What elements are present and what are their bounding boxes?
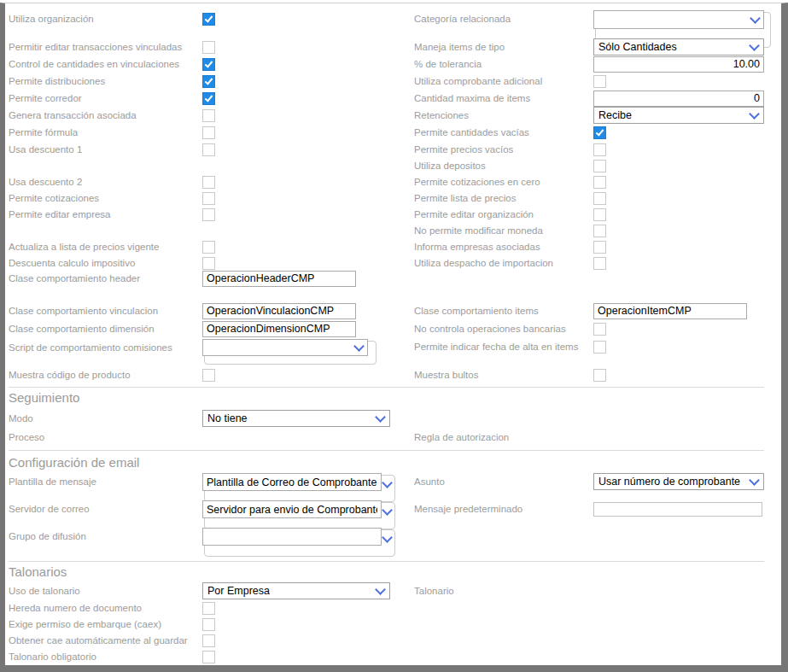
checkbox-permite-cotizaciones-en-cero[interactable] (593, 176, 606, 189)
combo-value: Servidor para envio de Comprobante Ele (207, 504, 377, 516)
checkbox-permite-indicar-fecha-alta-items[interactable] (593, 341, 606, 354)
input-clase-comportamiento-vinculacion[interactable] (202, 303, 356, 319)
checkbox-permite-cantidades-vacias[interactable] (593, 126, 606, 139)
field-label: Permite cotizaciones (9, 193, 202, 203)
combo-value: Plantilla de Correo de Comprobante Elec (207, 476, 377, 488)
checkbox-usa-descuento-2[interactable] (202, 176, 215, 189)
section-divider (9, 561, 764, 562)
form-row: Clase comportamiento dimensión (9, 321, 356, 336)
form-row: Utiliza organización (9, 11, 215, 26)
field-label: Permite indicar fecha de alta en items (414, 342, 593, 352)
form-row: No permite modificar moneda (414, 223, 606, 238)
field-label: Permite fórmula (9, 127, 202, 137)
field-label: Actualiza a lista de precios vigente (9, 242, 202, 252)
checkbox-utiliza-comprobante-adicional[interactable] (593, 75, 606, 88)
checkbox-no-controla-operaciones-bancarias[interactable] (593, 323, 606, 336)
checkbox-muestra-codigo-producto[interactable] (202, 369, 215, 382)
combo-servidor-de-correo[interactable]: Servidor para envio de Comprobante Ele (202, 500, 382, 517)
field-label: Permite cantidades vacías (414, 127, 593, 137)
form-row: Proceso (9, 429, 202, 445)
form-row: Plantilla de mensaje Plantilla de Correo… (9, 474, 382, 489)
form-row: Permite cotizaciones (9, 190, 215, 206)
combo-categoria-relacionada[interactable] (593, 10, 764, 27)
field-label: Muestra código de producto (9, 370, 202, 380)
form-row: Clase comportamiento header (9, 271, 356, 286)
form-row: Permite indicar fecha de alta en items (414, 339, 606, 354)
checkbox-permite-cotizaciones[interactable] (202, 192, 215, 205)
checkbox-permite-distribuciones[interactable] (202, 75, 215, 88)
select-maneja-items-de-tipo[interactable]: Sólo Cantidades (593, 38, 764, 56)
form-row: Permite corredor (9, 91, 215, 106)
combo-plantilla-de-mensaje[interactable]: Plantilla de Correo de Comprobante Elec (202, 473, 382, 490)
input-clase-comportamiento-items[interactable] (593, 303, 747, 319)
checkbox-permitir-editar-transacciones[interactable] (202, 41, 215, 54)
field-label: Hereda numero de documento (9, 603, 202, 613)
field-label: Exige permiso de embarque (caex) (9, 619, 202, 629)
checkbox-utiliza-depositos[interactable] (593, 160, 606, 172)
combo-grupo-de-difusion[interactable] (202, 528, 382, 545)
field-label: Utiliza organización (9, 14, 202, 24)
checkbox-usa-descuento-1[interactable] (202, 143, 215, 156)
checkbox-genera-transaccion-asociada[interactable] (202, 109, 215, 122)
field-label: No permite modificar moneda (414, 225, 593, 236)
chevron-down-icon (375, 412, 386, 423)
combo-script-comportamiento-comisiones[interactable] (202, 339, 368, 356)
form-row: Categoría relacionada (414, 11, 764, 26)
checkbox-no-permite-modificar-moneda[interactable] (593, 225, 606, 237)
field-label: % de tolerancia (414, 59, 593, 69)
select-uso-de-talonario[interactable]: Por Empresa (202, 582, 390, 599)
checkbox-permite-editar-organizacion[interactable] (593, 208, 606, 221)
checkbox-permite-lista-de-precios[interactable] (593, 192, 606, 205)
input-clase-comportamiento-header[interactable] (202, 271, 356, 287)
checkbox-permite-corredor[interactable] (202, 92, 215, 105)
checkbox-talonario-obligatorio[interactable] (202, 651, 215, 663)
section-divider (9, 450, 764, 451)
input-cantidad-maxima-items[interactable] (593, 91, 764, 107)
form-row: Utiliza comprobante adicional (414, 73, 606, 89)
form-row: Retenciones Recibe (414, 108, 764, 123)
checkbox-muestra-bultos[interactable] (593, 369, 606, 382)
field-label: Plantilla de mensaje (9, 476, 202, 487)
checkbox-hereda-numero-documento[interactable] (202, 602, 215, 615)
form-row: Permite editar empresa (9, 207, 215, 222)
checkbox-permite-precios-vacios[interactable] (593, 143, 606, 156)
field-label: Maneja items de tipo (414, 42, 593, 52)
checkbox-utiliza-organizacion[interactable] (202, 13, 215, 26)
input-porcentaje-tolerancia[interactable] (593, 56, 764, 73)
checkbox-informa-empresas-asociadas[interactable] (593, 241, 606, 254)
form-row: Usa descuento 1 (9, 142, 215, 157)
field-label: Categoría relacionada (414, 14, 593, 24)
form-row: Clase comportamiento vinculacion (9, 303, 356, 318)
checkbox-descuenta-calculo-impositivo[interactable] (202, 257, 215, 270)
field-label: Clase comportamiento vinculacion (9, 306, 202, 316)
form-row: Permite precios vacíos (414, 142, 606, 157)
checkbox-control-cantidades-vinculaciones[interactable] (202, 58, 215, 71)
select-retenciones[interactable]: Recibe (593, 107, 764, 124)
form-row: Descuenta calculo impositivo (9, 255, 215, 271)
checkbox-utiliza-despacho-importacion[interactable] (593, 257, 606, 270)
form-row: Mensaje predeterminado (414, 501, 762, 517)
field-label: Mensaje predeterminado (414, 504, 593, 514)
field-label: Obtener cae automáticamente al guardar (9, 635, 202, 646)
input-mensaje-predeterminado[interactable] (593, 502, 762, 517)
form-row: Utiliza despacho de importacion (414, 255, 606, 271)
form-row: Uso de talonario Por Empresa (9, 583, 390, 599)
form-panel: Utiliza organización Permitir editar tra… (0, 3, 788, 672)
select-asunto[interactable]: Usar número de comprobante (593, 473, 764, 490)
field-label: Clase comportamiento header (9, 273, 202, 283)
checkbox-permite-editar-empresa[interactable] (202, 208, 215, 221)
field-label: Uso de talonario (9, 586, 202, 596)
checkbox-exige-permiso-embarque[interactable] (202, 618, 215, 631)
input-clase-comportamiento-dimension[interactable] (202, 321, 356, 337)
section-title-email: Configuración de email (9, 455, 139, 470)
checkbox-actualiza-lista-precios[interactable] (202, 241, 215, 254)
form-row: Permite distribuciones (9, 73, 215, 89)
form-row: Genera transacción asociada (9, 108, 215, 123)
checkbox-obtener-cae-automaticamente[interactable] (202, 634, 215, 647)
field-label: Cantidad maxima de items (414, 93, 593, 103)
form-row: Utiliza depositos (414, 158, 606, 173)
field-label: Regla de autorizacion (414, 432, 593, 442)
form-row: % de tolerancia (414, 56, 764, 72)
select-modo[interactable]: No tiene (202, 410, 390, 427)
checkbox-permite-formula[interactable] (202, 126, 215, 139)
